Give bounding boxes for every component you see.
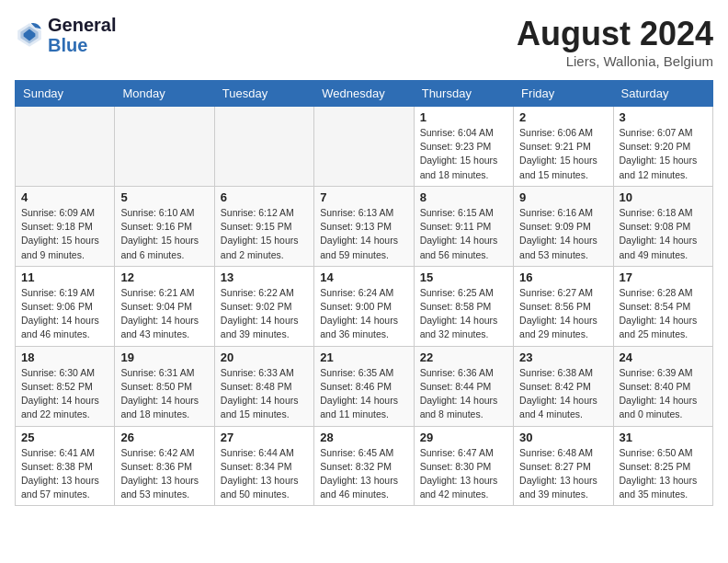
calendar-cell: 11Sunrise: 6:19 AMSunset: 9:06 PMDayligh… <box>16 266 115 346</box>
day-number: 27 <box>221 431 308 444</box>
day-info: Sunrise: 6:06 AMSunset: 9:21 PMDaylight:… <box>519 126 607 182</box>
calendar-cell: 19Sunrise: 6:31 AMSunset: 8:50 PMDayligh… <box>115 346 214 426</box>
calendar-cell: 15Sunrise: 6:25 AMSunset: 8:58 PMDayligh… <box>414 266 513 346</box>
day-info: Sunrise: 6:44 AMSunset: 8:34 PMDaylight:… <box>221 446 308 502</box>
day-info: Sunrise: 6:09 AMSunset: 9:18 PMDaylight:… <box>21 206 108 262</box>
calendar-cell: 10Sunrise: 6:18 AMSunset: 9:08 PMDayligh… <box>613 186 712 266</box>
calendar-cell: 28Sunrise: 6:45 AMSunset: 8:32 PMDayligh… <box>314 426 414 506</box>
calendar-cell: 29Sunrise: 6:47 AMSunset: 8:30 PMDayligh… <box>414 426 513 506</box>
day-number: 11 <box>21 270 108 284</box>
day-number: 29 <box>420 431 507 444</box>
day-number: 28 <box>320 431 407 444</box>
day-number: 10 <box>620 190 707 204</box>
day-number: 9 <box>519 190 607 204</box>
calendar-cell: 25Sunrise: 6:41 AMSunset: 8:38 PMDayligh… <box>16 426 115 506</box>
calendar-week-2: 4Sunrise: 6:09 AMSunset: 9:18 PMDaylight… <box>16 186 713 266</box>
calendar-cell: 14Sunrise: 6:24 AMSunset: 9:00 PMDayligh… <box>314 266 414 346</box>
day-info: Sunrise: 6:10 AMSunset: 9:16 PMDaylight:… <box>120 206 208 262</box>
calendar-cell: 18Sunrise: 6:30 AMSunset: 8:52 PMDayligh… <box>16 346 115 426</box>
day-number: 22 <box>420 350 507 364</box>
day-info: Sunrise: 6:22 AMSunset: 9:02 PMDaylight:… <box>221 286 308 342</box>
calendar-cell: 30Sunrise: 6:48 AMSunset: 8:27 PMDayligh… <box>514 426 613 506</box>
day-info: Sunrise: 6:36 AMSunset: 8:44 PMDaylight:… <box>420 366 507 422</box>
month-title: August 2024 <box>517 15 713 53</box>
page-header: General Blue August 2024 Liers, Wallonia… <box>15 15 713 69</box>
calendar-cell: 3Sunrise: 6:07 AMSunset: 9:20 PMDaylight… <box>613 107 712 187</box>
day-number: 13 <box>221 270 308 284</box>
calendar-cell: 17Sunrise: 6:28 AMSunset: 8:54 PMDayligh… <box>613 266 712 346</box>
logo: General Blue <box>15 15 116 55</box>
calendar-week-5: 25Sunrise: 6:41 AMSunset: 8:38 PMDayligh… <box>16 426 713 506</box>
calendar-cell <box>16 107 115 187</box>
day-number: 23 <box>519 350 607 364</box>
calendar-table: SundayMondayTuesdayWednesdayThursdayFrid… <box>15 80 713 506</box>
day-number: 3 <box>620 110 707 124</box>
location: Liers, Wallonia, Belgium <box>517 53 713 69</box>
day-number: 1 <box>420 110 507 124</box>
day-info: Sunrise: 6:15 AMSunset: 9:11 PMDaylight:… <box>420 206 507 262</box>
day-number: 17 <box>620 270 707 284</box>
day-info: Sunrise: 6:45 AMSunset: 8:32 PMDaylight:… <box>320 446 407 502</box>
calendar-cell: 4Sunrise: 6:09 AMSunset: 9:18 PMDaylight… <box>16 186 115 266</box>
calendar-cell: 16Sunrise: 6:27 AMSunset: 8:56 PMDayligh… <box>514 266 613 346</box>
calendar-cell: 2Sunrise: 6:06 AMSunset: 9:21 PMDaylight… <box>514 107 613 187</box>
calendar-cell: 12Sunrise: 6:21 AMSunset: 9:04 PMDayligh… <box>115 266 214 346</box>
day-info: Sunrise: 6:19 AMSunset: 9:06 PMDaylight:… <box>21 286 108 342</box>
day-info: Sunrise: 6:30 AMSunset: 8:52 PMDaylight:… <box>21 366 108 422</box>
day-info: Sunrise: 6:25 AMSunset: 8:58 PMDaylight:… <box>420 286 507 342</box>
day-number: 12 <box>120 270 208 284</box>
day-info: Sunrise: 6:28 AMSunset: 8:54 PMDaylight:… <box>620 286 707 342</box>
logo-blue: Blue <box>48 35 116 55</box>
title-block: August 2024 Liers, Wallonia, Belgium <box>517 15 713 69</box>
calendar-cell <box>314 107 414 187</box>
day-number: 24 <box>620 350 707 364</box>
day-info: Sunrise: 6:48 AMSunset: 8:27 PMDaylight:… <box>519 446 607 502</box>
day-number: 4 <box>21 190 108 204</box>
logo-icon <box>15 20 44 50</box>
day-info: Sunrise: 6:18 AMSunset: 9:08 PMDaylight:… <box>620 206 707 262</box>
day-info: Sunrise: 6:41 AMSunset: 8:38 PMDaylight:… <box>21 446 108 502</box>
day-number: 15 <box>420 270 507 284</box>
day-info: Sunrise: 6:42 AMSunset: 8:36 PMDaylight:… <box>120 446 208 502</box>
day-number: 14 <box>320 270 407 284</box>
calendar-cell: 20Sunrise: 6:33 AMSunset: 8:48 PMDayligh… <box>214 346 313 426</box>
calendar-cell: 26Sunrise: 6:42 AMSunset: 8:36 PMDayligh… <box>115 426 214 506</box>
calendar-week-1: 1Sunrise: 6:04 AMSunset: 9:23 PMDaylight… <box>16 107 713 187</box>
col-header-monday: Monday <box>115 81 214 107</box>
day-info: Sunrise: 6:07 AMSunset: 9:20 PMDaylight:… <box>620 126 707 182</box>
day-info: Sunrise: 6:31 AMSunset: 8:50 PMDaylight:… <box>120 366 208 422</box>
col-header-saturday: Saturday <box>613 81 712 107</box>
day-info: Sunrise: 6:04 AMSunset: 9:23 PMDaylight:… <box>420 126 507 182</box>
calendar-cell: 24Sunrise: 6:39 AMSunset: 8:40 PMDayligh… <box>613 346 712 426</box>
day-number: 26 <box>120 431 208 444</box>
day-number: 7 <box>320 190 407 204</box>
calendar-week-4: 18Sunrise: 6:30 AMSunset: 8:52 PMDayligh… <box>16 346 713 426</box>
calendar-header-row: SundayMondayTuesdayWednesdayThursdayFrid… <box>16 81 713 107</box>
calendar-cell: 8Sunrise: 6:15 AMSunset: 9:11 PMDaylight… <box>414 186 513 266</box>
day-number: 2 <box>519 110 607 124</box>
calendar-cell: 22Sunrise: 6:36 AMSunset: 8:44 PMDayligh… <box>414 346 513 426</box>
day-info: Sunrise: 6:27 AMSunset: 8:56 PMDaylight:… <box>519 286 607 342</box>
day-info: Sunrise: 6:12 AMSunset: 9:15 PMDaylight:… <box>221 206 308 262</box>
day-number: 8 <box>420 190 507 204</box>
day-number: 30 <box>519 431 607 444</box>
calendar-cell: 31Sunrise: 6:50 AMSunset: 8:25 PMDayligh… <box>613 426 712 506</box>
calendar-cell: 7Sunrise: 6:13 AMSunset: 9:13 PMDaylight… <box>314 186 414 266</box>
day-info: Sunrise: 6:21 AMSunset: 9:04 PMDaylight:… <box>120 286 208 342</box>
calendar-cell <box>214 107 313 187</box>
col-header-tuesday: Tuesday <box>214 81 313 107</box>
calendar-week-3: 11Sunrise: 6:19 AMSunset: 9:06 PMDayligh… <box>16 266 713 346</box>
calendar-cell: 21Sunrise: 6:35 AMSunset: 8:46 PMDayligh… <box>314 346 414 426</box>
day-info: Sunrise: 6:16 AMSunset: 9:09 PMDaylight:… <box>519 206 607 262</box>
day-number: 19 <box>120 350 208 364</box>
day-number: 18 <box>21 350 108 364</box>
col-header-thursday: Thursday <box>414 81 513 107</box>
calendar-cell: 6Sunrise: 6:12 AMSunset: 9:15 PMDaylight… <box>214 186 313 266</box>
calendar-cell <box>115 107 214 187</box>
day-info: Sunrise: 6:33 AMSunset: 8:48 PMDaylight:… <box>221 366 308 422</box>
calendar-cell: 9Sunrise: 6:16 AMSunset: 9:09 PMDaylight… <box>514 186 613 266</box>
day-info: Sunrise: 6:50 AMSunset: 8:25 PMDaylight:… <box>620 446 707 502</box>
calendar-cell: 23Sunrise: 6:38 AMSunset: 8:42 PMDayligh… <box>514 346 613 426</box>
day-info: Sunrise: 6:24 AMSunset: 9:00 PMDaylight:… <box>320 286 407 342</box>
day-number: 25 <box>21 431 108 444</box>
